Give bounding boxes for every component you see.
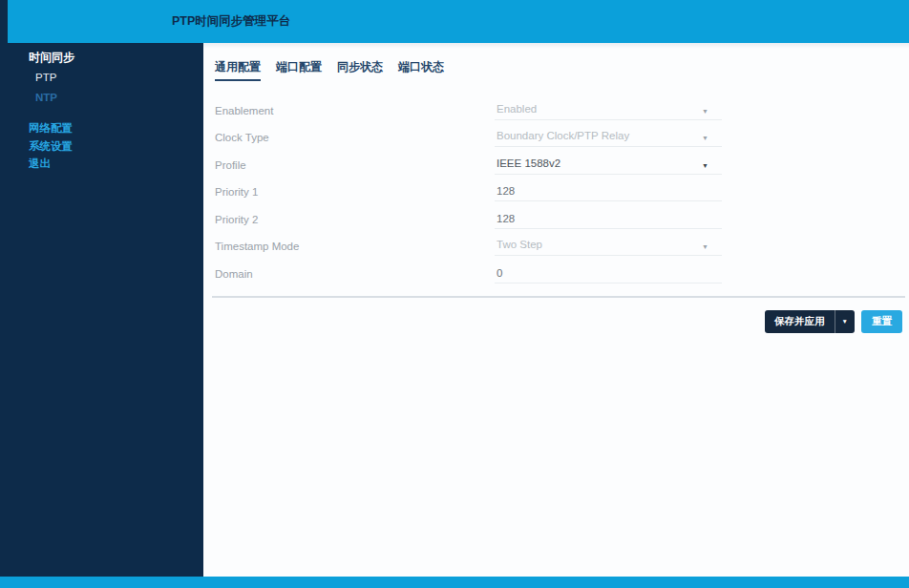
timestamp-mode-value: Two Step	[497, 239, 722, 251]
tab-port-config[interactable]: 端口配置	[276, 59, 322, 81]
form-row-enablement: Enablement Enabled ▼	[215, 93, 909, 120]
sidebar-item-time-sync[interactable]: 时间同步	[0, 48, 203, 68]
priority2-field	[495, 213, 722, 229]
enablement-label: Enablement	[215, 105, 495, 120]
tab-sync-status[interactable]: 同步状态	[337, 59, 383, 81]
action-bar: 保存并应用 ▼ 重置	[215, 310, 909, 333]
profile-select[interactable]: IEEE 1588v2 ▼	[495, 158, 722, 175]
priority1-label: Priority 1	[215, 186, 495, 201]
top-bar: PTP时间同步管理平台	[8, 0, 909, 43]
form-row-priority1: Priority 1	[215, 175, 909, 202]
save-and-apply-label: 保存并应用	[765, 310, 835, 333]
timestamp-mode-label: Timestamp Mode	[215, 241, 495, 256]
form-row-priority2: Priority 2	[215, 201, 909, 229]
chevron-down-icon: ▼	[842, 318, 848, 325]
sidebar-item-network-config[interactable]: 网络配置	[0, 119, 203, 137]
sidebar: 时间同步 PTP NTP 网络配置 系统设置 退出	[0, 0, 203, 577]
enablement-value: Enabled	[497, 103, 722, 116]
tab-bar: 通用配置 端口配置 同步状态 端口状态	[215, 59, 909, 81]
domain-field	[495, 267, 722, 284]
sidebar-group-gap	[0, 108, 203, 119]
tab-port-status[interactable]: 端口状态	[398, 59, 444, 81]
form-divider	[212, 296, 905, 298]
clock-type-value: Boundary Clock/PTP Relay	[497, 130, 722, 142]
domain-input[interactable]	[497, 267, 722, 279]
main-content: 通用配置 端口配置 同步状态 端口状态 Enablement Enabled ▼…	[203, 43, 909, 577]
app-title: PTP时间同步管理平台	[8, 0, 909, 43]
sidebar-item-logout[interactable]: 退出	[0, 155, 203, 173]
enablement-select: Enabled ▼	[495, 103, 722, 120]
form-row-profile: Profile IEEE 1588v2 ▼	[215, 147, 909, 175]
form-row-clock-type: Clock Type Boundary Clock/PTP Relay ▼	[215, 120, 909, 148]
tab-general-config[interactable]: 通用配置	[215, 59, 261, 81]
save-and-apply-button[interactable]: 保存并应用 ▼	[765, 310, 855, 333]
profile-label: Profile	[215, 159, 495, 175]
reset-button[interactable]: 重置	[861, 310, 902, 333]
domain-label: Domain	[215, 268, 495, 284]
form-row-domain: Domain	[215, 256, 909, 284]
priority1-field	[495, 185, 722, 201]
timestamp-mode-select: Two Step ▼	[495, 239, 722, 256]
priority1-input[interactable]	[497, 185, 722, 197]
priority2-input[interactable]	[497, 213, 722, 224]
profile-value: IEEE 1588v2	[497, 158, 722, 170]
sidebar-item-system-settings[interactable]: 系统设置	[0, 137, 203, 156]
priority2-label: Priority 2	[215, 214, 495, 229]
sidebar-item-ptp[interactable]: PTP	[0, 68, 203, 88]
page: 时间同步 PTP NTP 网络配置 系统设置 退出 PTP时间同步管理平台 通用…	[0, 0, 909, 588]
sidebar-item-ntp[interactable]: NTP	[0, 88, 203, 108]
clock-type-select: Boundary Clock/PTP Relay ▼	[495, 130, 722, 147]
general-config-form: Enablement Enabled ▼ Clock Type Boundary…	[215, 93, 909, 284]
clock-type-label: Clock Type	[215, 132, 495, 147]
bottom-bar	[0, 577, 909, 588]
form-row-timestamp-mode: Timestamp Mode Two Step ▼	[215, 229, 909, 257]
save-options-caret[interactable]: ▼	[835, 310, 855, 333]
